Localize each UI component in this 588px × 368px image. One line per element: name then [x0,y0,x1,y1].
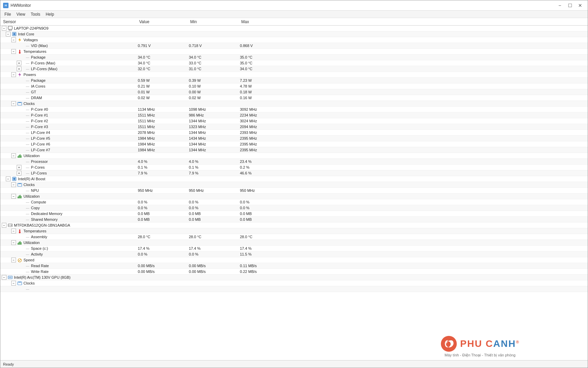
sensor-label: Compute [31,200,46,204]
close-button[interactable]: ✕ [575,2,585,9]
tree-row[interactable]: −Clocks [0,101,588,107]
tree-row[interactable]: −Intel Core [0,31,588,37]
min-cell: 1344 MHz [187,148,239,152]
expand-icon[interactable]: + [17,171,21,175]
expand-icon[interactable]: − [11,240,16,245]
tree-row[interactable]: +—P-Cores (Max)34.0 °C33.0 °C35.0 °C [0,60,588,66]
tree-row[interactable]: −Clocks [0,280,588,286]
clock-icon [17,182,22,187]
expand-icon[interactable]: − [11,37,16,42]
expand-icon[interactable]: + [17,61,21,65]
min-cell: 1434 MHz [187,136,239,140]
max-cell: 0.2 % [239,165,290,169]
power-icon [17,72,22,77]
expand-icon[interactable]: − [11,182,16,187]
expand-icon[interactable]: − [6,177,11,181]
sensor-label: LP-Core #6 [31,142,50,146]
sensor-label: Assembly [31,235,47,239]
tree-row: —LP-Core #51984 MHz1434 MHz2395 MHz [0,136,588,141]
svg-rect-13 [20,102,20,103]
expand-icon[interactable]: − [11,72,16,77]
max-cell: 0.0 % [239,206,290,210]
menu-help[interactable]: Help [43,11,57,17]
min-cell: 1323 MHz [187,125,239,129]
max-cell: 0.868 V [239,44,290,48]
expand-icon[interactable]: − [11,153,16,158]
maximize-button[interactable]: ☐ [565,2,575,9]
expand-icon[interactable]: − [2,275,6,280]
tree-row[interactable]: −Clocks [0,182,588,188]
value-cell: 0.00 MB/s [136,270,187,274]
tree-row[interactable]: −Utilization [0,194,588,199]
min-cell: 31.0 °C [187,67,239,71]
svg-rect-35 [18,243,18,245]
tree-row[interactable]: +—LP-Cores7.9 %7.9 %46.6 % [0,170,588,176]
svg-rect-25 [20,183,21,184]
value-cell: 1984 MHz [136,148,187,152]
tree-row[interactable]: −MTFDKBA512QGN-1BN1AABGA [0,223,588,228]
min-cell: 0.0 MB [187,217,239,221]
tree-row: —Read Rate0.00 MB/s0.00 MB/s0.11 MB/s [0,263,588,269]
value-cell: 1511 MHz [136,113,187,117]
svg-point-34 [19,232,21,233]
min-cell: 1344 MHz [187,142,239,146]
expand-icon[interactable]: − [6,32,11,36]
svg-marker-6 [18,38,21,42]
expand-icon[interactable]: − [2,26,6,31]
min-cell: 0.1 % [187,165,239,169]
min-cell: 7.9 % [187,171,239,175]
menu-view[interactable]: View [14,11,28,17]
tree-row: —Shared Memory0.0 MB0.0 MB0.0 MB [0,217,588,223]
tree-row[interactable]: −LAPTOP-224PN9O9 [0,26,588,31]
tree-row[interactable]: −Powers [0,72,588,78]
sensor-label: Dedicated Memory [31,212,62,216]
tree-row[interactable]: −Intel(R) Arc(TM) 130V GPU (8GB) [0,275,588,280]
expand-icon[interactable]: − [11,281,16,286]
max-cell: 11.5 % [239,252,290,256]
tree-row[interactable]: −Intel(R) AI Boost [0,176,588,182]
tree-row[interactable]: −Utilization [0,153,588,159]
value-cell: 32.0 °C [136,67,187,71]
max-cell: 4.78 W [239,84,290,88]
expand-icon[interactable]: − [11,229,16,233]
svg-rect-46 [20,282,21,282]
tree-row[interactable]: −Temperatures [0,49,588,55]
expand-icon[interactable]: − [11,49,16,54]
menu-tools[interactable]: Tools [28,11,43,17]
tree-row: —VID (Max)0.791 V0.718 V0.868 V [0,43,588,49]
tree-row[interactable]: −Voltages [0,37,588,43]
expand-icon[interactable]: − [11,258,16,262]
max-cell: 3092 MHz [239,107,290,111]
min-cell: 1344 MHz [187,119,239,123]
max-cell: 34.0 °C [239,67,290,71]
svg-rect-29 [21,196,21,198]
expand-icon[interactable]: + [17,66,21,71]
tree-row[interactable]: −Speed [0,257,588,263]
min-cell: 17.4 % [187,246,239,250]
menu-file[interactable]: File [2,11,14,17]
minimize-button[interactable]: − [555,2,565,9]
svg-rect-12 [19,102,20,103]
expand-icon[interactable]: − [11,194,16,199]
min-cell: 0.0 % [187,206,239,210]
tree-area[interactable]: −LAPTOP-224PN9O9−Intel Core−Voltages—VID… [0,26,588,360]
max-cell: 2395 MHz [239,148,290,152]
expand-icon[interactable]: − [11,101,16,106]
min-cell: 28.0 °C [187,235,239,239]
sensor-label: Package [31,55,46,59]
value-cell: 4.0 % [136,159,187,164]
sensor-label: P-Cores [31,165,45,169]
tree-row: —GT0.01 W0.00 W0.18 W [0,89,588,95]
svg-point-31 [11,225,12,226]
expand-icon[interactable]: + [17,165,21,170]
gpu-icon [8,275,13,280]
expand-icon[interactable]: − [2,223,6,228]
tree-row[interactable]: −Utilization [0,240,588,246]
tree-row[interactable]: +—LP-Cores (Max)32.0 °C31.0 °C34.0 °C [0,66,588,72]
value-cell: 34.0 °C [136,61,187,65]
svg-rect-37 [20,241,20,245]
sensor-label: Voltages [23,38,38,42]
tree-row: —LP-Core #42078 MHz1344 MHz2393 MHz [0,130,588,136]
tree-row[interactable]: +—P-Cores0.1 %0.1 %0.2 % [0,165,588,170]
tree-row[interactable]: −Temperatures [0,228,588,234]
